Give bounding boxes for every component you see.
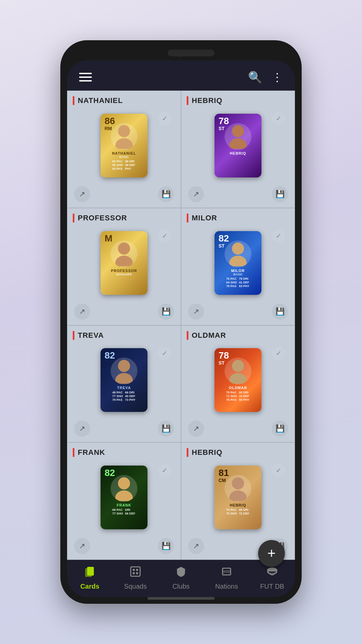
hamburger-menu-button[interactable]: [79, 73, 92, 82]
card-cell-2: PROFESSOR M PROFESSOR MANAGER ✓ ↗ 💾: [67, 208, 181, 325]
phone-speaker: [168, 50, 215, 56]
phone-home-bar: [147, 597, 215, 600]
share-button-3[interactable]: ↗: [188, 304, 204, 320]
save-button-5[interactable]: 💾: [272, 421, 288, 437]
fut-card-1[interactable]: 78 ST HEBRIQ: [215, 114, 261, 177]
svg-point-13: [115, 490, 133, 501]
svg-point-10: [232, 360, 244, 372]
card-cell-6: FRANK 82 FRANK 68 PACDRI77 SHO68 DEF ✓ ↗…: [67, 442, 181, 560]
nav-item-fut db[interactable]: FUT DB: [257, 566, 287, 590]
squads-nav-icon: [129, 566, 141, 581]
clubs-nav-icon: [175, 566, 187, 581]
fut-card-5[interactable]: 78 ST OLDMAR 75 PAC80 DRI71 SHO33 DEF76 …: [215, 348, 261, 412]
fut-card-4[interactable]: 82 TREVA 48 PAC66 DRI77 SHO40 DEF79 PAS7…: [101, 348, 147, 412]
phone-shell: 🔍 ⋮ NATHANIEL 86 RM NATHANIEL BASIC: [60, 40, 302, 604]
share-button-5[interactable]: ↗: [188, 421, 204, 437]
share-button-0[interactable]: ↗: [74, 186, 90, 202]
svg-point-14: [232, 477, 244, 489]
save-button-3[interactable]: 💾: [272, 304, 288, 320]
svg-rect-19: [133, 569, 135, 571]
search-icon[interactable]: 🔍: [248, 70, 262, 84]
fab-add-button[interactable]: +: [258, 540, 285, 567]
nations-nav-icon: [221, 566, 233, 581]
bottom-nav: CardsSquadsClubsNationsFUT DB: [67, 560, 295, 597]
card-cell-1: HEBRIQ 78 ST HEBRIQ ✓ ↗ 💾: [181, 91, 295, 208]
fut-card-3[interactable]: 82 ST MILOR BASIC 76 PAC79 DRI64 SHO41 D…: [215, 231, 261, 295]
svg-point-0: [118, 125, 130, 137]
svg-rect-21: [133, 572, 135, 574]
card-name-2: PROFESSOR: [73, 214, 175, 222]
svg-point-12: [118, 477, 130, 489]
check-icon-3: ✓: [272, 229, 285, 243]
card-name-5: OLDMAR: [187, 331, 289, 340]
check-icon-2: ✓: [158, 229, 171, 243]
card-name-4: TREVA: [73, 331, 175, 340]
check-icon-4: ✓: [158, 346, 171, 360]
save-button-1[interactable]: 💾: [272, 186, 288, 202]
check-icon-0: ✓: [158, 112, 171, 125]
svg-point-1: [115, 138, 133, 149]
fut-card-0[interactable]: 86 RM NATHANIEL BASIC 83 PAC88 DRI85 SHO…: [101, 114, 147, 177]
save-button-4[interactable]: 💾: [158, 421, 174, 437]
card-name-6: FRANK: [73, 448, 175, 457]
nav-label-squads: Squads: [124, 583, 147, 590]
check-icon-5: ✓: [272, 346, 285, 360]
svg-point-9: [115, 373, 133, 384]
card-cell-4: TREVA 82 TREVA 48 PAC66 DRI77 SHO40 DEF7…: [67, 325, 181, 443]
share-button-6[interactable]: ↗: [74, 538, 90, 554]
nav-item-nations[interactable]: Nations: [212, 566, 242, 590]
check-icon-7: ✓: [272, 464, 285, 477]
nav-item-cards[interactable]: Cards: [75, 566, 105, 590]
share-button-4[interactable]: ↗: [74, 421, 90, 437]
share-button-7[interactable]: ↗: [188, 538, 204, 554]
svg-point-3: [229, 138, 247, 149]
svg-point-2: [232, 125, 244, 137]
nav-label-fut db: FUT DB: [260, 583, 284, 590]
save-button-6[interactable]: 💾: [158, 538, 174, 554]
svg-rect-24: [223, 570, 231, 573]
svg-rect-17: [87, 567, 94, 576]
nav-label-cards: Cards: [80, 583, 100, 590]
save-button-2[interactable]: 💾: [158, 304, 174, 320]
phone-screen: 🔍 ⋮ NATHANIEL 86 RM NATHANIEL BASIC: [67, 60, 295, 597]
svg-point-7: [229, 256, 247, 266]
fut-card-7[interactable]: 81 CM HEBRIQ 70 PAC80 DRI70 SHO72 DEF: [215, 466, 261, 529]
fut-card-2[interactable]: M PROFESSOR MANAGER: [101, 231, 147, 295]
svg-rect-20: [136, 569, 138, 571]
svg-point-5: [115, 256, 133, 266]
share-button-1[interactable]: ↗: [188, 186, 204, 202]
card-name-3: MILOR: [187, 214, 289, 222]
card-name-7: HEBRIQ: [187, 448, 289, 457]
top-icons-group: 🔍 ⋮: [248, 70, 283, 84]
cards-nav-icon: [84, 566, 96, 581]
cards-grid: NATHANIEL 86 RM NATHANIEL BASIC 83 PAC88…: [67, 91, 295, 560]
fut-card-6[interactable]: 82 FRANK 68 PACDRI77 SHO68 DEF: [101, 466, 147, 529]
top-bar: 🔍 ⋮: [67, 60, 295, 91]
check-icon-6: ✓: [158, 464, 171, 477]
save-button-0[interactable]: 💾: [158, 186, 174, 202]
nav-item-squads[interactable]: Squads: [120, 566, 150, 590]
more-options-icon[interactable]: ⋮: [272, 70, 283, 84]
card-cell-0: NATHANIEL 86 RM NATHANIEL BASIC 83 PAC88…: [67, 91, 181, 208]
card-cell-3: MILOR 82 ST MILOR BASIC 76 PAC79 DRI64 S…: [181, 208, 295, 325]
svg-point-6: [232, 243, 244, 255]
card-name-1: HEBRIQ: [187, 96, 289, 105]
svg-rect-18: [131, 567, 140, 576]
card-name-0: NATHANIEL: [73, 96, 175, 105]
svg-point-15: [229, 490, 247, 501]
nav-label-nations: Nations: [215, 583, 238, 590]
futdb-nav-icon: [266, 566, 278, 581]
svg-point-4: [118, 243, 130, 255]
svg-point-8: [118, 360, 130, 372]
card-cell-5: OLDMAR 78 ST OLDMAR 75 PAC80 DRI71 SHO33…: [181, 325, 295, 443]
svg-rect-22: [136, 572, 138, 574]
nav-item-clubs[interactable]: Clubs: [166, 566, 196, 590]
check-icon-1: ✓: [272, 112, 285, 125]
svg-point-11: [229, 373, 247, 384]
share-button-2[interactable]: ↗: [74, 304, 90, 320]
nav-label-clubs: Clubs: [172, 583, 189, 590]
